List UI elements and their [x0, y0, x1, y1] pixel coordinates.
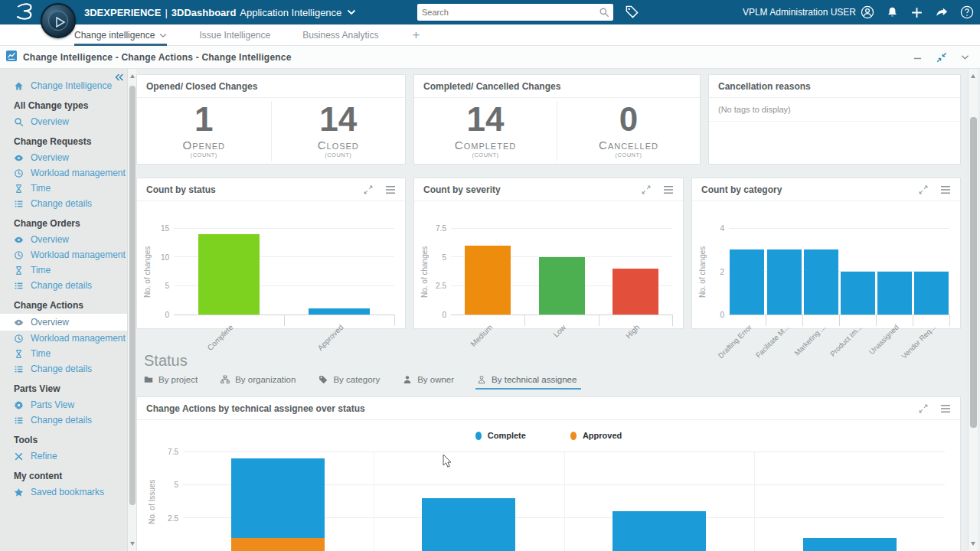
kpi-sub-label: (COUNT): [414, 152, 557, 158]
tab-issue-intelligence[interactable]: Issue Intelligence: [199, 24, 270, 46]
app-title[interactable]: 3DEXPERIENCE | 3DDashboard Application I…: [84, 0, 356, 24]
bar-Product Im...[interactable]: [841, 272, 875, 315]
sidebar-item-workload-management[interactable]: Workload management: [0, 165, 127, 181]
help-icon[interactable]: [960, 5, 974, 19]
expand-icon[interactable]: [642, 185, 651, 194]
user-name[interactable]: VPLM Administration USER: [743, 0, 856, 24]
bar-Facilitate M...[interactable]: [767, 249, 802, 315]
column-separator: [564, 452, 565, 551]
bar-Unassigned[interactable]: [877, 272, 912, 315]
tab-label: By organization: [235, 375, 296, 384]
chevron-down-icon[interactable]: [961, 54, 969, 60]
scrollbar-thumb[interactable]: [970, 117, 977, 428]
search-input[interactable]: [417, 8, 599, 17]
chevron-down-icon[interactable]: [159, 33, 167, 38]
sidebar-item-label: Parts View: [31, 399, 74, 410]
card-count-by-category: Count by category No. of changesDrafting…: [691, 178, 961, 329]
add-tab-button[interactable]: +: [413, 24, 420, 46]
x-tick-label: Complete: [206, 323, 235, 352]
sidebar-section-header: Change Requests: [0, 129, 127, 150]
card-change-actions-by-assignee: Change Actions by technical assignee ove…: [136, 396, 961, 551]
card-title: Opened/ Closed Changes: [146, 81, 257, 92]
menu-icon[interactable]: [663, 185, 674, 194]
scroll-up-arrow[interactable]: [971, 74, 975, 78]
sidebar-item-change-details[interactable]: Change details: [0, 278, 127, 293]
tab-by-organization[interactable]: By organization: [220, 375, 296, 390]
sidebar-item-time[interactable]: Time: [0, 262, 127, 278]
bar-segment-approved[interactable]: [231, 538, 325, 551]
sidebar-item-overview[interactable]: Overview: [0, 232, 127, 247]
user-circle-icon[interactable]: [861, 5, 874, 19]
sidebar-item-change-details[interactable]: Change details: [0, 196, 127, 211]
bar-segment-complete[interactable]: [231, 458, 325, 538]
card-cancellation-reasons: Cancellation reasons (No tags to display…: [708, 74, 961, 165]
tab-by-category[interactable]: By category: [318, 375, 380, 390]
scrollbar-thumb[interactable]: [129, 86, 136, 505]
sidebar-item-change-intelligence[interactable]: Change Intelligence: [0, 78, 127, 93]
tab-label: By category: [333, 375, 380, 384]
kpi-label: OPENED: [137, 139, 271, 152]
tab-change-intelligence[interactable]: Change intelligence: [74, 24, 167, 46]
menu-icon[interactable]: [940, 185, 951, 194]
sidebar-scrollbar[interactable]: [127, 69, 136, 551]
chevron-down-icon[interactable]: [347, 9, 356, 15]
sidebar-item-change-details[interactable]: Change details: [0, 412, 127, 428]
bar-Approved[interactable]: [309, 308, 370, 315]
sidebar-item-label: Workload management: [31, 249, 126, 260]
bar-segment-complete[interactable]: [612, 511, 706, 551]
legend-item-approved[interactable]: Approved: [570, 431, 622, 440]
sidebar-item-workload-management[interactable]: Workload management: [0, 247, 127, 262]
scroll-down-arrow[interactable]: [130, 542, 135, 546]
main-scrollbar[interactable]: [968, 69, 978, 551]
add-plus-icon[interactable]: [910, 6, 923, 19]
tab-by-technical-assignee[interactable]: By technical assignee: [477, 375, 577, 390]
bar-segment-complete[interactable]: [422, 498, 515, 551]
tab-business-analytics[interactable]: Business Analytics: [302, 24, 378, 46]
bar-High[interactable]: [612, 269, 658, 315]
menu-icon[interactable]: [385, 185, 396, 194]
expand-icon[interactable]: [364, 185, 373, 194]
scroll-up-arrow[interactable]: [130, 74, 135, 78]
bar-Complete[interactable]: [198, 234, 260, 315]
sidebar-item-label: Time: [31, 265, 51, 276]
sidebar-item-time[interactable]: Time: [0, 181, 127, 196]
card-count-by-severity: Count by severity No. of changesMediumLo…: [413, 178, 684, 329]
minimize-icon[interactable]: [913, 53, 923, 63]
sidebar-item-overview[interactable]: Overview: [0, 150, 127, 165]
share-icon[interactable]: [935, 5, 949, 19]
expand-icon[interactable]: [919, 185, 928, 194]
expand-icon[interactable]: [919, 404, 928, 413]
bar-segment-complete[interactable]: [803, 538, 897, 551]
sidebar-item-change-details[interactable]: Change details: [0, 361, 127, 377]
history-icon: [14, 334, 24, 344]
notifications-bell-icon[interactable]: [886, 6, 899, 19]
sidebar-item-label: Overview: [31, 234, 69, 245]
menu-icon[interactable]: [940, 404, 951, 413]
bar-Medium[interactable]: [465, 246, 511, 315]
tab-by-owner[interactable]: By owner: [403, 375, 454, 390]
search-bar[interactable]: [417, 4, 613, 21]
x-axis-divider: [394, 315, 395, 326]
sidebar-item-parts-view[interactable]: Parts View: [0, 397, 127, 412]
sidebar-item-saved-bookmarks[interactable]: Saved bookmarks: [0, 484, 127, 500]
sidebar-section-header: Tools: [0, 428, 127, 448]
bar-Drafting Error[interactable]: [730, 249, 764, 315]
sidebar-item-refine[interactable]: Refine: [0, 448, 127, 464]
eye-icon: [14, 318, 24, 328]
search-icon[interactable]: [599, 7, 609, 18]
tab-by-project[interactable]: By project: [144, 375, 198, 390]
sidebar-item-time[interactable]: Time: [0, 346, 127, 361]
sidebar-section-header: Parts View: [0, 377, 127, 397]
x-axis-divider: [672, 315, 673, 326]
bar-Vendor Req...[interactable]: [914, 272, 949, 315]
bar-Low[interactable]: [539, 257, 585, 315]
sidebar-item-overview[interactable]: Overview: [0, 114, 127, 129]
scroll-down-arrow[interactable]: [971, 542, 975, 546]
sidebar-item-workload-management[interactable]: Workload management: [0, 331, 127, 346]
restore-icon[interactable]: [936, 52, 947, 63]
compass-logo[interactable]: [41, 3, 76, 38]
bar-Marketing ...[interactable]: [804, 249, 838, 315]
legend-item-complete[interactable]: Complete: [475, 431, 526, 440]
sidebar-item-overview[interactable]: Overview: [0, 314, 127, 331]
tag-icon[interactable]: [625, 5, 639, 19]
